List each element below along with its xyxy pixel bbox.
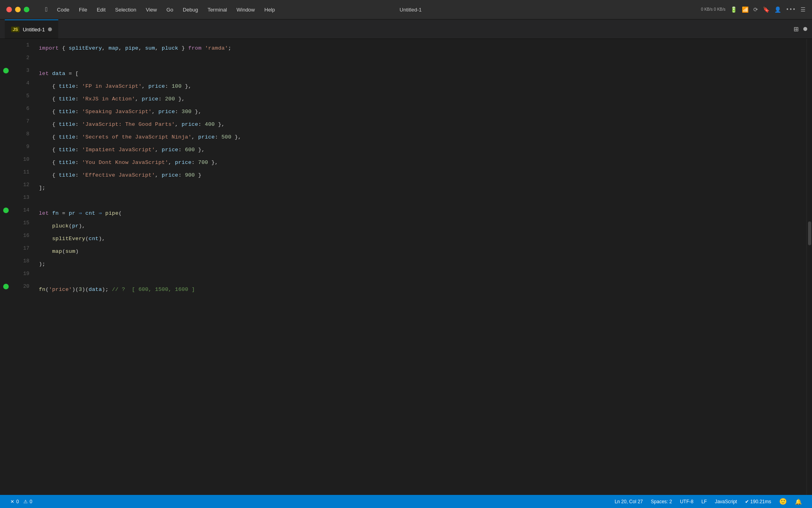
menu-view[interactable]: View (142, 5, 161, 14)
token-plain: }, (208, 160, 218, 165)
line-content[interactable]: pluck(pr), (36, 220, 806, 233)
line-content[interactable]: { title: 'RxJS in Action', price: 200 }, (36, 93, 806, 106)
token-plain: , (192, 134, 198, 140)
token-plain (39, 236, 52, 242)
line-content[interactable]: { title: 'You Dont Know JavaScript', pri… (36, 156, 806, 169)
line-content[interactable]: splitEvery(cnt), (36, 233, 806, 245)
line-content[interactable]: let fn = pr ⇒ cnt ⇒ pipe( (36, 207, 806, 220)
line-content[interactable] (36, 271, 806, 283)
status-language[interactable]: JavaScript (711, 495, 741, 508)
status-quokka[interactable]: ✔ 190.21ms (741, 495, 775, 508)
line-number: 5 (0, 93, 36, 99)
menu-go[interactable]: Go (163, 5, 177, 14)
token-var-name: cnt (89, 236, 99, 242)
list-icon[interactable]: ☰ (801, 6, 806, 13)
language-text: JavaScript (715, 499, 737, 504)
line-content[interactable]: { title: 'Effective JavaScript', price: … (36, 169, 806, 182)
token-plain: { (39, 172, 59, 178)
token-plain: : (215, 134, 222, 140)
token-prop: price (182, 121, 198, 127)
tab-untitled1[interactable]: JS Untitled-1 (5, 19, 58, 38)
token-plain: , (169, 160, 175, 165)
token-prop: title (59, 134, 75, 140)
token-plain (95, 210, 98, 216)
status-smiley[interactable]: 🙂 (775, 495, 791, 508)
line-content[interactable]: let data = [ (36, 67, 806, 80)
token-plain: ); (39, 261, 46, 267)
token-plain: { (39, 121, 59, 127)
line-number: 3 (0, 67, 36, 73)
token-plain: ), (99, 236, 105, 242)
token-fn-name: splitEvery (52, 236, 86, 242)
token-plain: : (75, 147, 82, 153)
token-prop: title (59, 109, 75, 115)
token-kw: let (39, 71, 49, 77)
line-content[interactable]: { title: 'Secrets of the JavaScript Ninj… (36, 131, 806, 144)
menu-edit[interactable]: Edit (93, 5, 109, 14)
line-content[interactable] (36, 55, 806, 67)
token-plain: , (119, 45, 125, 51)
menu-window[interactable]: Window (233, 5, 259, 14)
editor: 1import { splitEvery, map, pipe, sum, pl… (0, 39, 812, 495)
token-import-fn: splitEvery (69, 45, 102, 51)
menu-file[interactable]: File (75, 5, 91, 14)
statusbar: ✕ 0 ⚠ 0 Ln 20, Col 27 Spaces: 2 UTF-8 LF… (0, 495, 812, 508)
quokka-text: ✔ 190.21ms (745, 499, 771, 504)
scrollbar-thumb[interactable] (808, 221, 811, 245)
more-icon[interactable]: ••• (786, 6, 796, 13)
token-var-name: data (52, 71, 66, 77)
token-plain: : (75, 160, 82, 165)
breakpoint-indicator[interactable] (3, 208, 9, 213)
apple-menu[interactable]:  (41, 4, 52, 15)
status-bell[interactable]: 🔔 (791, 495, 806, 508)
token-plain: = (59, 210, 69, 216)
maximize-button[interactable] (24, 7, 29, 12)
bookmark-icon: 🔖 (763, 6, 770, 13)
scrollbar-track[interactable] (806, 39, 812, 495)
token-kw: let (39, 210, 49, 216)
token-str: 'Secrets of the JavaScript Ninja' (82, 134, 192, 140)
line-number: 10 (0, 156, 36, 162)
window-title: Untitled-1 (279, 7, 542, 13)
error-count: 0 (16, 499, 19, 504)
status-spaces[interactable]: Spaces: 2 (647, 495, 676, 508)
line-content[interactable]: fn('price')(3)(data); // ? [ 600, 1500, … (36, 283, 806, 296)
breakpoint-indicator[interactable] (3, 284, 9, 289)
line-content[interactable]: import { splitEvery, map, pipe, sum, plu… (36, 42, 806, 55)
line-number: 17 (0, 245, 36, 251)
line-content[interactable]: map(sum) (36, 245, 806, 258)
status-position[interactable]: Ln 20, Col 27 (611, 495, 647, 508)
line-number: 18 (0, 258, 36, 264)
token-plain: { (59, 45, 69, 51)
line-content[interactable]: ); (36, 258, 806, 271)
close-button[interactable] (6, 7, 12, 12)
line-content[interactable] (36, 194, 806, 207)
line-content[interactable]: { title: 'JavaScript: The Good Parts', p… (36, 118, 806, 131)
status-errors[interactable]: ✕ 0 ⚠ 0 (6, 495, 36, 508)
token-plain: , (102, 45, 109, 51)
token-plain: : (158, 96, 165, 102)
token-prop: title (59, 83, 75, 89)
line-content[interactable]: { title: 'Speaking JavaScript', price: 3… (36, 106, 806, 118)
menu-selection[interactable]: Selection (111, 5, 140, 14)
token-prop: price (158, 109, 175, 115)
minimize-button[interactable] (15, 7, 21, 12)
token-plain: }, (195, 147, 205, 153)
split-editor-button[interactable]: ⊞ (794, 24, 799, 34)
menu-code[interactable]: Code (53, 5, 73, 14)
status-eol[interactable]: LF (697, 495, 711, 508)
menu-debug[interactable]: Debug (179, 5, 202, 14)
status-encoding[interactable]: UTF-8 (676, 495, 697, 508)
menu-help[interactable]: Help (260, 5, 279, 14)
code-line: 1import { splitEvery, map, pipe, sum, pl… (0, 42, 806, 55)
token-str: 'JavaScript: The Good Parts' (82, 121, 175, 127)
line-content[interactable]: { title: 'Impatient JavaScript', price: … (36, 144, 806, 156)
line-content[interactable]: ]; (36, 182, 806, 194)
menu-terminal[interactable]: Terminal (203, 5, 231, 14)
breakpoint-indicator[interactable] (3, 68, 9, 73)
position-text: Ln 20, Col 27 (615, 499, 643, 504)
warning-icon: ⚠ (23, 499, 28, 504)
line-content[interactable]: { title: 'FP in JavaScript', price: 100 … (36, 80, 806, 93)
token-var-name: pr (72, 223, 79, 229)
token-plain: ( (85, 236, 88, 242)
